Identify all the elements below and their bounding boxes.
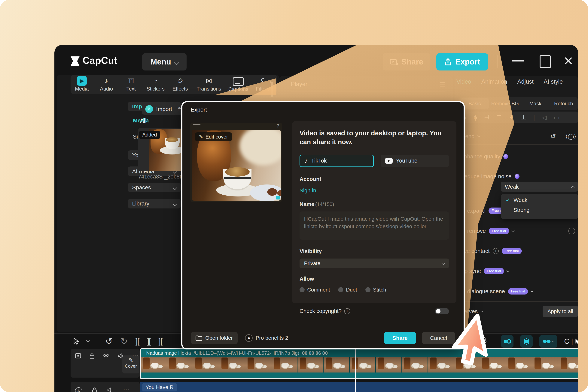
- speaker-icon[interactable]: [107, 387, 113, 392]
- split-icon[interactable]: ][: [159, 337, 162, 346]
- lock-icon[interactable]: [92, 387, 97, 392]
- apply-to-all-button[interactable]: Apply to all: [542, 306, 578, 317]
- subtab-remove-bg[interactable]: Remove BG: [489, 101, 521, 107]
- dialog-share-button[interactable]: Share: [384, 332, 416, 344]
- video-clip[interactable]: Naduas rnage Hokta |/UIbL11D–(Wdlt–IV/H-…: [140, 348, 578, 379]
- playhead[interactable]: [355, 347, 356, 392]
- allow-comment-checkbox[interactable]: Comment: [300, 287, 330, 293]
- menu-button[interactable]: Menu: [142, 53, 187, 70]
- copyright-toggle[interactable]: [435, 308, 449, 314]
- noise-level-select[interactable]: Weak: [501, 182, 578, 192]
- lock-icon[interactable]: [89, 353, 95, 359]
- free-trial-badge: Free trial: [508, 288, 528, 294]
- desktop-background: CapCut Menu Share Export ✕ ▶ Media ♪ Aud…: [0, 0, 588, 392]
- subtab-mask[interactable]: Mask: [521, 101, 549, 107]
- lip-sync-row[interactable]: Lip syncFree trial: [460, 266, 578, 277]
- dropdown-option-weak[interactable]: ✓Weak: [501, 194, 578, 204]
- tab-media[interactable]: Media: [71, 86, 93, 92]
- tab-adjust[interactable]: Adjust: [517, 78, 533, 85]
- scroll-left-icon[interactable]: ›: [464, 114, 467, 121]
- edit-cover-button[interactable]: ✎Edit cover: [195, 132, 232, 141]
- description-input[interactable]: HCapOut I made this amacing video wiih C…: [300, 212, 449, 240]
- split-left-icon[interactable]: ][: [136, 337, 139, 346]
- platform-tiktok-button[interactable]: ♪ TikTok: [300, 155, 374, 167]
- align-center-icon[interactable]: ↟: [509, 114, 514, 121]
- share-icon: [390, 58, 398, 66]
- sign-in-link[interactable]: Sign in: [300, 188, 449, 194]
- platform-youtube-button[interactable]: YouTube: [381, 155, 449, 167]
- snapping-icon[interactable]: [520, 335, 533, 348]
- voice-icon[interactable]: A: [75, 387, 82, 392]
- effects-tab-icon: ✩: [169, 76, 191, 86]
- share-button[interactable]: Share: [383, 53, 430, 70]
- redo-icon[interactable]: ↻: [121, 336, 128, 346]
- chevron-down-icon: [174, 60, 179, 65]
- ai-dialogue-row[interactable]: AI dialogue sceneFree trial: [460, 286, 578, 297]
- audio-clip-label: You Have R: [142, 383, 177, 392]
- tab-audio[interactable]: Audio: [95, 86, 118, 92]
- tab-animation[interactable]: Animation: [481, 78, 507, 85]
- preview-resize-handle[interactable]: [276, 196, 280, 200]
- eye-contact-row[interactable]: Eye contact i Free trial: [460, 246, 578, 257]
- tab-captions[interactable]: Captions: [225, 86, 251, 92]
- audio-tab-icon: ♪: [95, 76, 118, 86]
- tab-text[interactable]: Text: [120, 86, 142, 92]
- visibility-label: Visibility: [300, 248, 449, 254]
- dialog-footer-left: Open folder ◆ Pro benefits 2: [191, 332, 288, 344]
- sidebar-item-spaces[interactable]: Spaces: [128, 182, 181, 192]
- eye-icon[interactable]: [103, 353, 109, 358]
- select-tool-icon[interactable]: [73, 338, 79, 345]
- audio-track-header: A ⋯: [71, 382, 140, 392]
- subtab-retouch[interactable]: Retouch: [549, 101, 578, 107]
- tab-stickers[interactable]: Stickers: [144, 86, 167, 92]
- pro-benefits[interactable]: ◆ Pro benefits 2: [245, 334, 288, 342]
- blend-row[interactable]: Blend ↺ ⟨◯⟩: [460, 131, 578, 142]
- allow-stitch-checkbox[interactable]: Stitch: [365, 287, 386, 293]
- radio-circle-icon[interactable]: [568, 228, 575, 234]
- tab-scroll-chevron-icon[interactable]: ›: [269, 78, 271, 85]
- frame-icon[interactable]: [75, 353, 81, 358]
- maximize-button[interactable]: [539, 55, 551, 68]
- chevron-down-icon: [173, 186, 177, 190]
- align-bottom-icon[interactable]: ⊥: [521, 114, 526, 121]
- undo-icon[interactable]: ↺: [105, 336, 113, 346]
- chevron-down-icon[interactable]: [86, 339, 90, 342]
- free-trial-badge: Free trial: [489, 228, 509, 234]
- magnet-icon[interactable]: [501, 335, 513, 348]
- align-top-icon[interactable]: ⊤: [496, 114, 502, 121]
- allow-duet-checkbox[interactable]: Duet: [338, 287, 357, 293]
- enhance-quality-row[interactable]: Enhance quality: [460, 151, 578, 162]
- reduce-noise-row[interactable]: Reduce image noise –: [460, 171, 578, 182]
- split-right-icon[interactable]: ][: [147, 337, 151, 346]
- align-left-icon[interactable]: ⊣: [484, 114, 489, 121]
- open-folder-button[interactable]: Open folder: [191, 332, 238, 344]
- reset-icon[interactable]: ↺: [550, 132, 556, 140]
- close-button[interactable]: ✕: [563, 54, 573, 68]
- sidebar-item-library[interactable]: Library: [128, 199, 181, 208]
- anchor-icon[interactable]: ɸ: [474, 114, 477, 121]
- player-menu-icon[interactable]: ☰: [440, 81, 445, 89]
- tab-filters[interactable]: Filters: [252, 86, 273, 92]
- titlebar-divider: [497, 55, 498, 68]
- checkbox-icon: [365, 287, 371, 292]
- tab-transitions[interactable]: Transitions: [195, 86, 223, 92]
- export-button[interactable]: Export: [436, 53, 488, 70]
- more-icon[interactable]: ⋯: [123, 385, 130, 392]
- media-filter-all[interactable]: All: [140, 117, 146, 124]
- link-icon[interactable]: [539, 335, 557, 348]
- check-copyright-label: Check copyright?: [300, 308, 342, 314]
- audio-clip[interactable]: You Have R: [140, 382, 578, 392]
- tab-ai-style[interactable]: AI style: [544, 78, 563, 85]
- cursor-mode-button[interactable]: C|: [564, 338, 578, 346]
- keyframe-icon[interactable]: ⟨◯⟩: [565, 133, 576, 140]
- tab-effects[interactable]: Effects: [169, 86, 191, 92]
- cover-button[interactable]: ✎ Cover: [122, 356, 139, 374]
- minimize-button[interactable]: [512, 60, 524, 62]
- pointer-icon: [575, 338, 578, 344]
- subtab-basic[interactable]: Basic: [461, 98, 489, 109]
- tab-video[interactable]: Video: [456, 78, 471, 85]
- ai-remove-row[interactable]: AI removeFree trial: [460, 225, 578, 236]
- dropdown-option-strong[interactable]: Strong: [509, 204, 578, 216]
- visibility-select[interactable]: Private: [300, 258, 449, 268]
- added-badge: Added: [139, 131, 160, 139]
